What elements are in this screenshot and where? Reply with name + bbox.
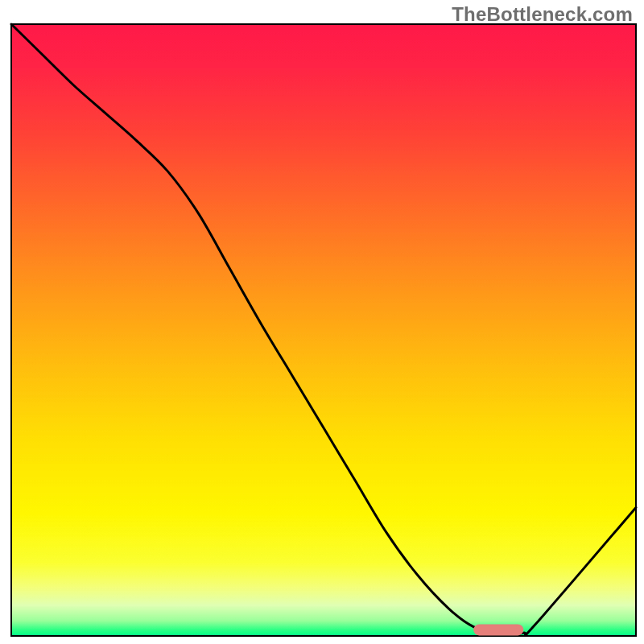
gradient-background	[11, 24, 636, 636]
optimum-marker	[473, 624, 523, 635]
bottleneck-chart	[0, 0, 644, 644]
chart-frame: TheBottleneck.com	[0, 0, 644, 644]
